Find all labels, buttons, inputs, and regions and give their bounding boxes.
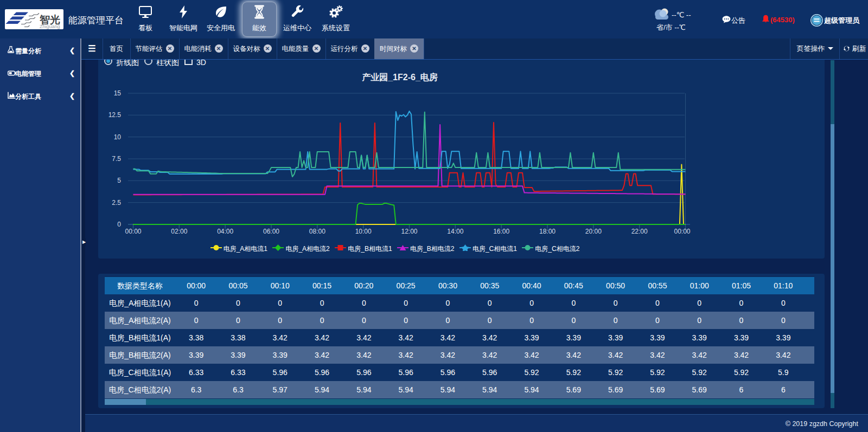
svg-text:10:00: 10:00 (355, 228, 372, 235)
svg-text:18:00: 18:00 (539, 228, 556, 235)
svg-text:04:00: 04:00 (217, 228, 233, 235)
svg-text:Zhiguang: Zhiguang (40, 24, 60, 29)
svg-text:5: 5 (117, 177, 121, 184)
svg-text:12.5: 12.5 (108, 111, 122, 119)
svg-text:10: 10 (114, 133, 122, 141)
svg-text:06:00: 06:00 (263, 228, 279, 235)
svg-text:00:00: 00:00 (125, 228, 141, 235)
svg-text:15: 15 (114, 89, 122, 97)
svg-text:0: 0 (117, 221, 121, 228)
svg-text:00:00: 00:00 (674, 228, 690, 235)
svg-text:7.5: 7.5 (112, 155, 121, 163)
svg-text:16:00: 16:00 (493, 228, 509, 235)
svg-text:22:00: 22:00 (631, 228, 648, 235)
svg-text:2.5: 2.5 (112, 199, 121, 207)
svg-text:20:00: 20:00 (585, 228, 602, 235)
svg-text:02:00: 02:00 (171, 228, 187, 235)
svg-text:14:00: 14:00 (447, 228, 463, 235)
svg-text:08:00: 08:00 (309, 228, 326, 235)
svg-text:12:00: 12:00 (401, 228, 417, 235)
